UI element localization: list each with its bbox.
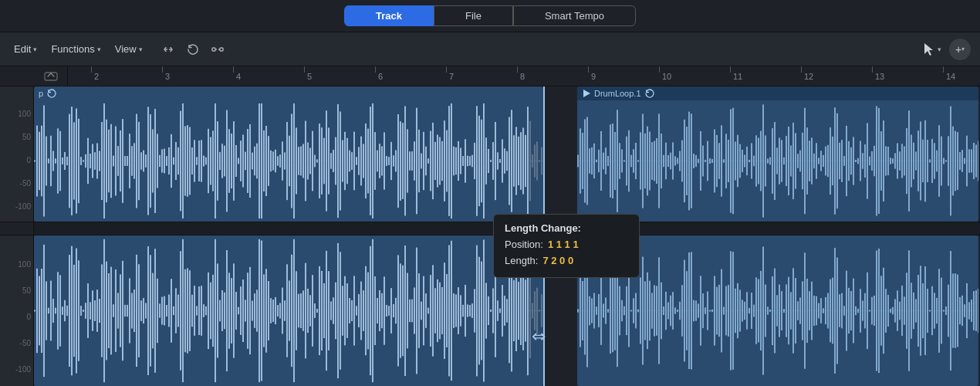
ruler-mark-7: 7 [446, 66, 454, 86]
ruler-mark-5: 5 [304, 66, 312, 86]
y-label-50: 50 [0, 133, 34, 141]
tooltip-length-value: 7 2 0 0 [542, 253, 573, 269]
view-label: View [115, 43, 137, 55]
y-label-n100: -100 [0, 202, 34, 211]
svg-marker-3 [583, 90, 590, 97]
edit-label: Edit [14, 43, 31, 55]
functions-label: Functions [51, 43, 94, 55]
tooltip-position-row: Position: 1 1 1 1 [505, 237, 628, 253]
tooltip-box: Length Change: Position: 1 1 1 1 Length:… [493, 214, 640, 278]
track1-y-labels: 100 50 0 -50 -100 [0, 86, 34, 222]
ruler-mark-3: 3 [162, 66, 170, 86]
loop-button[interactable] [183, 39, 203, 59]
edit-chevron: ▾ [33, 46, 37, 53]
functions-menu-button[interactable]: Functions ▾ [46, 40, 105, 58]
tooltip-position-value: 1 1 1 1 [548, 237, 579, 253]
tooltip-length-row: Length: 7 2 0 0 [505, 253, 628, 269]
scroll-area[interactable] [34, 66, 68, 86]
loop-icon [46, 88, 57, 99]
ruler-mark-12: 12 [801, 66, 813, 86]
track-area: 100 50 0 -50 -100 100 50 0 -50 -100 p [0, 86, 980, 386]
region2-header: DrumLoop.1 [577, 86, 978, 100]
y-label2-50: 50 [0, 286, 34, 295]
svg-rect-0 [212, 48, 215, 51]
y-label2-100: 100 [0, 260, 34, 269]
ruler-mark-14: 14 [943, 66, 955, 86]
track2-region1[interactable] [34, 235, 543, 386]
toolbar-right: ▾ + ▾ [917, 38, 971, 61]
ruler-mark-9: 9 [588, 66, 596, 86]
waveform3 [34, 235, 543, 386]
toolbar: Edit ▾ Functions ▾ View ▾ ▾ [0, 32, 980, 66]
functions-chevron: ▾ [97, 46, 101, 53]
y-label2-n100: -100 [0, 365, 34, 374]
track-divider-strip [0, 222, 33, 235]
waveform2 [577, 100, 978, 222]
unlink-button[interactable] [158, 39, 178, 59]
tooltip-title: Length Change: [505, 222, 628, 234]
snap-button[interactable] [208, 39, 228, 59]
loop2-icon [644, 88, 655, 99]
add-chevron: ▾ [961, 46, 965, 52]
region1-header: p [34, 86, 543, 100]
resize-handle[interactable]: ⇔ [532, 327, 546, 347]
smart-tempo-tab[interactable]: Smart Tempo [513, 5, 636, 26]
y-label2-0: 0 [0, 313, 34, 321]
view-menu-button[interactable]: View ▾ [110, 40, 147, 58]
pointer-chevron: ▾ [938, 46, 941, 53]
track-lanes: p DrumLoop.1 [34, 86, 980, 386]
ruler-mark-4: 4 [233, 66, 241, 86]
ruler-mark-10: 10 [659, 66, 671, 86]
ruler-mark-11: 11 [730, 66, 742, 86]
pointer-mode-button[interactable]: ▾ [917, 38, 945, 61]
add-icon: + [955, 43, 961, 56]
play-icon [582, 89, 591, 98]
file-tab[interactable]: File [434, 5, 513, 26]
ruler-mark-2: 2 [91, 66, 99, 86]
timeline-ruler: 234567891011121314 [0, 66, 980, 86]
y-label-100: 100 [0, 110, 34, 118]
svg-rect-1 [220, 48, 223, 51]
tooltip-length-label: Length: [505, 253, 538, 269]
view-chevron: ▾ [139, 46, 143, 53]
region1-label: p [39, 89, 43, 98]
track-tab[interactable]: Track [344, 5, 434, 26]
track1-region2[interactable]: DrumLoop.1 [577, 86, 978, 222]
y-label2-n50: -50 [0, 339, 34, 347]
track-header-strip: 100 50 0 -50 -100 100 50 0 -50 -100 [0, 86, 34, 386]
y-label-n50: -50 [0, 179, 34, 188]
segment-selector: Track File Smart Tempo [0, 0, 980, 32]
tooltip-position-label: Position: [505, 237, 543, 253]
edit-menu-button[interactable]: Edit ▾ [9, 40, 42, 58]
y-label-0: 0 [0, 156, 34, 164]
waveform1 [34, 100, 543, 222]
ruler-content: 234567891011121314 [68, 66, 980, 86]
add-button[interactable]: + ▾ [949, 39, 971, 60]
track2-y-labels: 100 50 0 -50 -100 [0, 235, 34, 386]
ruler-mark-8: 8 [517, 66, 525, 86]
ruler-mark-6: 6 [375, 66, 383, 86]
region2-label: DrumLoop.1 [594, 89, 641, 98]
track1-region1[interactable]: p [34, 86, 543, 222]
ruler-mark-13: 13 [872, 66, 884, 86]
